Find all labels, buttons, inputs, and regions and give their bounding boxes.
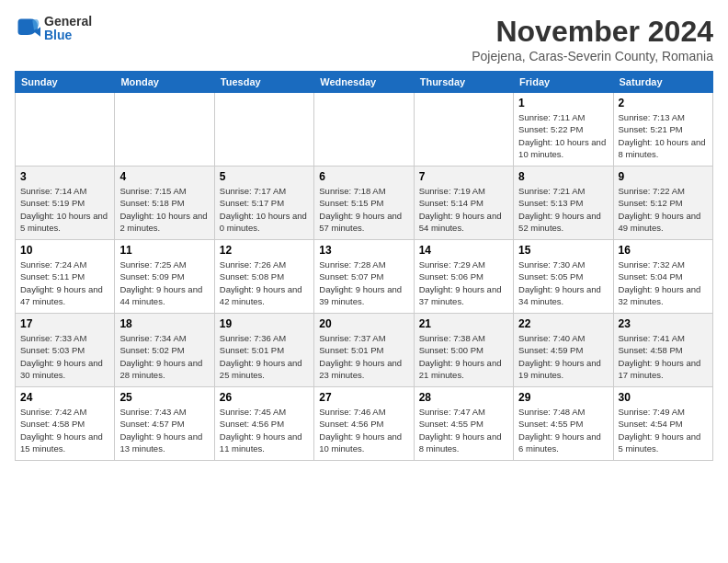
header-row: SundayMondayTuesdayWednesdayThursdayFrid… (16, 72, 713, 93)
day-info: Sunrise: 7:21 AM Sunset: 5:13 PM Dayligh… (518, 185, 608, 234)
week-row-5: 24Sunrise: 7:42 AM Sunset: 4:58 PM Dayli… (16, 387, 713, 461)
logo-icon (15, 16, 40, 41)
day-cell: 12Sunrise: 7:26 AM Sunset: 5:08 PM Dayli… (214, 240, 313, 314)
day-number: 18 (119, 317, 209, 330)
day-cell (115, 93, 214, 167)
day-number: 6 (319, 170, 408, 183)
calendar-header: SundayMondayTuesdayWednesdayThursdayFrid… (16, 72, 713, 93)
day-info: Sunrise: 7:38 AM Sunset: 5:00 PM Dayligh… (419, 332, 508, 381)
day-info: Sunrise: 7:49 AM Sunset: 4:54 PM Dayligh… (619, 406, 708, 454)
day-cell: 17Sunrise: 7:33 AM Sunset: 5:03 PM Dayli… (16, 314, 115, 387)
day-cell: 22Sunrise: 7:40 AM Sunset: 4:59 PM Dayli… (514, 314, 613, 387)
day-info: Sunrise: 7:24 AM Sunset: 5:11 PM Dayligh… (20, 259, 109, 307)
day-info: Sunrise: 7:30 AM Sunset: 5:05 PM Dayligh… (518, 259, 608, 307)
day-number: 16 (619, 244, 708, 257)
day-info: Sunrise: 7:33 AM Sunset: 5:03 PM Dayligh… (20, 332, 109, 381)
day-number: 19 (220, 317, 309, 330)
day-info: Sunrise: 7:25 AM Sunset: 5:09 PM Dayligh… (119, 259, 209, 307)
day-number: 11 (119, 244, 209, 257)
day-number: 15 (518, 244, 608, 257)
week-row-1: 1Sunrise: 7:11 AM Sunset: 5:22 PM Daylig… (16, 93, 713, 167)
day-number: 14 (419, 244, 508, 257)
header-day-tuesday: Tuesday (214, 72, 313, 93)
day-number: 10 (20, 244, 109, 257)
day-cell: 10Sunrise: 7:24 AM Sunset: 5:11 PM Dayli… (16, 240, 115, 314)
day-info: Sunrise: 7:34 AM Sunset: 5:02 PM Dayligh… (119, 332, 209, 381)
day-cell: 21Sunrise: 7:38 AM Sunset: 5:00 PM Dayli… (414, 314, 513, 387)
day-number: 24 (20, 391, 109, 404)
day-number: 13 (319, 244, 408, 257)
day-number: 30 (619, 391, 708, 404)
day-cell: 9Sunrise: 7:22 AM Sunset: 5:12 PM Daylig… (613, 167, 712, 240)
day-cell: 2Sunrise: 7:13 AM Sunset: 5:21 PM Daylig… (613, 93, 712, 167)
day-info: Sunrise: 7:14 AM Sunset: 5:19 PM Dayligh… (20, 185, 109, 234)
day-number: 27 (319, 391, 408, 404)
calendar-body: 1Sunrise: 7:11 AM Sunset: 5:22 PM Daylig… (16, 93, 713, 461)
day-cell: 1Sunrise: 7:11 AM Sunset: 5:22 PM Daylig… (514, 93, 613, 167)
day-cell: 6Sunrise: 7:18 AM Sunset: 5:15 PM Daylig… (314, 167, 414, 240)
day-info: Sunrise: 7:26 AM Sunset: 5:08 PM Dayligh… (220, 259, 309, 307)
day-cell: 20Sunrise: 7:37 AM Sunset: 5:01 PM Dayli… (314, 314, 414, 387)
logo: General Blue (15, 15, 92, 43)
day-number: 7 (419, 170, 508, 183)
day-cell: 7Sunrise: 7:19 AM Sunset: 5:14 PM Daylig… (414, 167, 513, 240)
day-info: Sunrise: 7:42 AM Sunset: 4:58 PM Dayligh… (20, 406, 109, 454)
title-area: November 2024 Pojejena, Caras-Severin Co… (472, 15, 713, 63)
day-cell: 5Sunrise: 7:17 AM Sunset: 5:17 PM Daylig… (214, 167, 313, 240)
day-info: Sunrise: 7:13 AM Sunset: 5:21 PM Dayligh… (619, 111, 708, 160)
day-cell: 24Sunrise: 7:42 AM Sunset: 4:58 PM Dayli… (16, 387, 115, 461)
calendar-table: SundayMondayTuesdayWednesdayThursdayFrid… (15, 71, 713, 461)
day-number: 25 (119, 391, 209, 404)
header-day-saturday: Saturday (613, 72, 712, 93)
day-info: Sunrise: 7:37 AM Sunset: 5:01 PM Dayligh… (319, 332, 408, 381)
header-day-wednesday: Wednesday (314, 72, 414, 93)
header-day-friday: Friday (514, 72, 613, 93)
day-info: Sunrise: 7:15 AM Sunset: 5:18 PM Dayligh… (119, 185, 209, 234)
day-cell (16, 93, 115, 167)
day-cell (414, 93, 513, 167)
day-info: Sunrise: 7:43 AM Sunset: 4:57 PM Dayligh… (119, 406, 209, 454)
day-cell: 14Sunrise: 7:29 AM Sunset: 5:06 PM Dayli… (414, 240, 513, 314)
day-cell: 27Sunrise: 7:46 AM Sunset: 4:56 PM Dayli… (314, 387, 414, 461)
day-number: 17 (20, 317, 109, 330)
day-cell: 15Sunrise: 7:30 AM Sunset: 5:05 PM Dayli… (514, 240, 613, 314)
day-info: Sunrise: 7:29 AM Sunset: 5:06 PM Dayligh… (419, 259, 508, 307)
day-info: Sunrise: 7:22 AM Sunset: 5:12 PM Dayligh… (619, 185, 708, 234)
day-info: Sunrise: 7:19 AM Sunset: 5:14 PM Dayligh… (419, 185, 508, 234)
day-number: 22 (518, 317, 608, 330)
week-row-2: 3Sunrise: 7:14 AM Sunset: 5:19 PM Daylig… (16, 167, 713, 240)
week-row-4: 17Sunrise: 7:33 AM Sunset: 5:03 PM Dayli… (16, 314, 713, 387)
day-number: 21 (419, 317, 508, 330)
day-number: 8 (518, 170, 608, 183)
day-number: 20 (319, 317, 408, 330)
header-day-monday: Monday (115, 72, 214, 93)
week-row-3: 10Sunrise: 7:24 AM Sunset: 5:11 PM Dayli… (16, 240, 713, 314)
day-number: 12 (220, 244, 309, 257)
day-number: 2 (619, 97, 708, 109)
logo-blue-text: Blue (44, 29, 92, 42)
location-subtitle: Pojejena, Caras-Severin County, Romania (472, 49, 713, 63)
day-cell: 11Sunrise: 7:25 AM Sunset: 5:09 PM Dayli… (115, 240, 214, 314)
logo-general-text: General (44, 15, 92, 29)
day-cell: 29Sunrise: 7:48 AM Sunset: 4:55 PM Dayli… (514, 387, 613, 461)
day-number: 1 (518, 97, 608, 109)
day-info: Sunrise: 7:48 AM Sunset: 4:55 PM Dayligh… (518, 406, 608, 454)
day-cell: 23Sunrise: 7:41 AM Sunset: 4:58 PM Dayli… (613, 314, 712, 387)
day-number: 9 (619, 170, 708, 183)
day-cell: 8Sunrise: 7:21 AM Sunset: 5:13 PM Daylig… (514, 167, 613, 240)
day-info: Sunrise: 7:28 AM Sunset: 5:07 PM Dayligh… (319, 259, 408, 307)
day-number: 29 (518, 391, 608, 404)
day-cell (214, 93, 313, 167)
day-cell: 3Sunrise: 7:14 AM Sunset: 5:19 PM Daylig… (16, 167, 115, 240)
day-info: Sunrise: 7:32 AM Sunset: 5:04 PM Dayligh… (619, 259, 708, 307)
day-number: 4 (119, 170, 209, 183)
day-info: Sunrise: 7:18 AM Sunset: 5:15 PM Dayligh… (319, 185, 408, 234)
day-number: 28 (419, 391, 508, 404)
day-cell (314, 93, 414, 167)
day-info: Sunrise: 7:17 AM Sunset: 5:17 PM Dayligh… (220, 185, 309, 234)
day-info: Sunrise: 7:46 AM Sunset: 4:56 PM Dayligh… (319, 406, 408, 454)
day-number: 5 (220, 170, 309, 183)
day-info: Sunrise: 7:47 AM Sunset: 4:55 PM Dayligh… (419, 406, 508, 454)
day-cell: 28Sunrise: 7:47 AM Sunset: 4:55 PM Dayli… (414, 387, 513, 461)
day-info: Sunrise: 7:40 AM Sunset: 4:59 PM Dayligh… (518, 332, 608, 381)
